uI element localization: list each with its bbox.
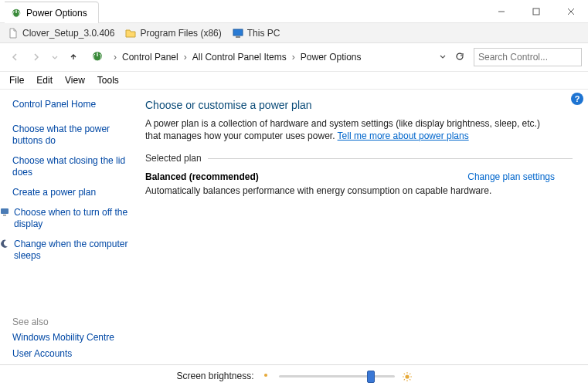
power-options-icon [11,8,22,19]
breadcrumb[interactable]: › Control Panel › All Control Panel Item… [111,52,433,63]
brightness-slider[interactable] [279,370,395,382]
menu-tools[interactable]: Tools [97,75,119,86]
forward-button[interactable] [28,49,45,66]
sidebar-link[interactable]: Change when the computer sleeps [14,239,130,262]
breadcrumb-segment[interactable]: Control Panel [122,52,178,63]
help-icon[interactable]: ? [571,93,583,105]
sidebar-link[interactable]: Choose what the power buttons do [12,124,130,147]
see-also-link[interactable]: User Accounts [12,348,130,360]
sidebar-link[interactable]: Choose what closing the lid does [12,155,130,178]
page-description: A power plan is a collection of hardware… [145,117,555,142]
sun-bright-icon [403,371,412,381]
selected-plan-heading: Selected plan [145,153,573,164]
divider [208,158,573,159]
file-icon [8,28,19,39]
bookmarks-bar: Clover_Setup_3.0.406 Program Files (x86)… [0,23,588,43]
svg-line-19 [410,379,410,380]
slider-thumb[interactable] [367,371,375,383]
minimize-button[interactable] [484,0,518,22]
sleep-icon [0,239,9,262]
control-panel-home-link[interactable]: Control Panel Home [12,99,130,110]
brightness-bar: Screen brightness: [0,364,588,386]
search-input[interactable] [474,48,582,66]
window-controls [484,0,588,22]
svg-rect-5 [233,29,243,36]
side-nav: Control Panel Home Choose what the power… [0,90,138,364]
sun-dim-icon [262,371,271,381]
tab-title: Power Options [26,8,87,19]
chevron-right-icon: › [111,52,119,63]
svg-line-21 [403,379,404,380]
up-button[interactable] [65,49,82,66]
plan-description: Automatically balances performance with … [145,185,555,196]
bookmark-item[interactable]: Program Files (x86) [125,28,221,39]
see-also: See also Windows Mobility Centre User Ac… [12,270,130,364]
body: Control Panel Home Choose what the power… [0,90,588,364]
svg-rect-2 [533,8,539,15]
back-button[interactable] [6,49,23,66]
see-also-link[interactable]: Windows Mobility Centre [12,332,130,344]
slider-track [279,375,395,378]
menu-view[interactable]: View [65,75,85,86]
svg-rect-10 [1,208,8,214]
close-button[interactable] [553,0,588,22]
folder-icon [125,28,136,39]
navigation-bar: › Control Panel › All Control Panel Item… [0,43,588,71]
bookmark-item[interactable]: Clover_Setup_3.0.406 [8,28,114,39]
menu-file[interactable]: File [9,75,24,86]
svg-rect-11 [3,215,6,216]
sidebar-link[interactable]: Choose when to turn off the display [14,207,130,230]
maximize-button[interactable] [518,0,553,22]
refresh-button[interactable] [455,52,464,63]
svg-line-20 [410,373,410,374]
sidebar-link[interactable]: Create a power plan [12,187,130,198]
svg-rect-6 [236,36,240,38]
menu-bar: File Edit View Tools [0,71,588,90]
this-pc-icon [233,28,243,39]
svg-point-12 [263,373,267,376]
search-field[interactable] [478,52,588,63]
see-also-label: See also [12,317,130,327]
bookmark-label: Program Files (x86) [140,28,221,39]
location-icon [91,50,104,65]
recent-dropdown[interactable] [49,49,60,66]
breadcrumb-segment[interactable]: Power Options [301,52,362,63]
bookmark-label: Clover_Setup_3.0.406 [22,28,114,39]
window-tab[interactable]: Power Options [5,2,99,23]
breadcrumb-segment[interactable]: All Control Panel Items [192,52,287,63]
plan-name: Balanced (recommended) [145,171,259,182]
svg-point-13 [405,374,409,378]
title-bar: Power Options [0,0,588,23]
svg-line-18 [403,373,404,374]
display-off-icon [0,207,9,230]
learn-more-link[interactable]: Tell me more about power plans [338,130,469,141]
chevron-right-icon: › [290,52,297,63]
change-plan-settings-link[interactable]: Change plan settings [467,171,555,182]
selected-plan-label: Selected plan [145,153,202,164]
main-content: ? Choose or customise a power plan A pow… [138,90,588,364]
page-title: Choose or customise a power plan [145,99,573,111]
menu-edit[interactable]: Edit [36,75,53,86]
brightness-label: Screen brightness: [176,371,253,381]
bookmark-label: This PC [247,28,280,39]
chevron-right-icon: › [182,52,189,63]
bookmark-item[interactable]: This PC [233,28,280,39]
chevron-down-icon[interactable] [438,52,447,63]
